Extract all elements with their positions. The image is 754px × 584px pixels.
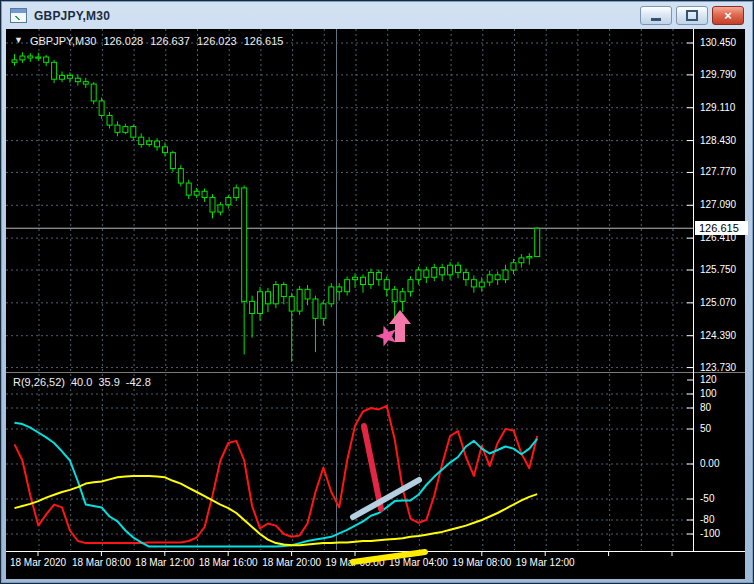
time-axis-label: 19 Mar 00:00 bbox=[322, 557, 388, 568]
indicator-value-3: -42.8 bbox=[126, 376, 151, 388]
candle-body bbox=[107, 115, 112, 125]
candle-body bbox=[345, 280, 350, 292]
candle-body bbox=[67, 75, 72, 78]
restore-button[interactable] bbox=[676, 6, 708, 25]
chart-canvas[interactable] bbox=[6, 29, 745, 579]
candle-body bbox=[75, 78, 80, 81]
candle-body bbox=[424, 270, 429, 277]
info-low: 126.023 bbox=[197, 35, 237, 47]
candle-body bbox=[242, 188, 247, 302]
time-axis-label: 19 Mar 12:00 bbox=[512, 557, 578, 568]
chart-info-line: ▼ GBPJPY,M30 126.028 126.637 126.023 126… bbox=[14, 35, 283, 47]
price-axis-label: 125.070 bbox=[700, 297, 736, 309]
candle-body bbox=[408, 280, 413, 292]
candle-body bbox=[353, 277, 358, 279]
candle-body bbox=[155, 141, 160, 147]
close-icon: × bbox=[724, 8, 732, 23]
candle-body bbox=[250, 301, 255, 313]
indicator-name: R(9,26,52) bbox=[13, 376, 65, 388]
candle-body bbox=[329, 287, 334, 304]
candle-body bbox=[400, 292, 405, 302]
chart-window-icon[interactable] bbox=[10, 8, 27, 23]
candle-body bbox=[535, 228, 540, 256]
candle-body bbox=[416, 270, 421, 280]
candle-body bbox=[289, 297, 294, 311]
candle-body bbox=[273, 285, 278, 304]
indicator-axis-label: 100 bbox=[700, 388, 717, 400]
candle-body bbox=[170, 153, 175, 169]
indicator-axis-label: 80 bbox=[700, 402, 711, 414]
candle-body bbox=[234, 188, 239, 198]
chart-window: GBPJPY,M30 × ▼ GBPJPY,M30 126.028 126.63… bbox=[0, 0, 754, 584]
candle-body bbox=[44, 57, 49, 62]
candle-body bbox=[368, 272, 373, 284]
candle-body bbox=[265, 292, 270, 304]
candle-body bbox=[194, 191, 199, 195]
price-axis-label: 130.450 bbox=[700, 37, 736, 49]
candle-body bbox=[60, 75, 65, 79]
price-axis-label: 125.750 bbox=[700, 264, 736, 276]
price-axis-label: 129.790 bbox=[700, 69, 736, 81]
candle-body bbox=[360, 277, 365, 284]
candle-body bbox=[202, 191, 207, 197]
candle-body bbox=[487, 275, 492, 282]
candle-body bbox=[321, 304, 326, 318]
candle-body bbox=[147, 141, 152, 144]
minimize-button[interactable] bbox=[640, 6, 672, 25]
candle-body bbox=[519, 258, 524, 263]
candle-body bbox=[91, 84, 96, 101]
info-high: 126.637 bbox=[150, 35, 190, 47]
candle-body bbox=[36, 57, 41, 58]
time-axis-label: 18 Mar 16:00 bbox=[195, 557, 261, 568]
candle-body bbox=[226, 198, 231, 205]
candle-body bbox=[83, 82, 88, 84]
indicator-line-r52 bbox=[15, 476, 538, 545]
price-axis-label: 129.110 bbox=[700, 102, 735, 114]
candle-body bbox=[511, 263, 516, 270]
restore-icon bbox=[686, 10, 698, 21]
indicator-line-r9 bbox=[15, 406, 538, 543]
candle-body bbox=[258, 292, 263, 314]
price-axis-label: 128.430 bbox=[700, 135, 736, 147]
candle-body bbox=[313, 299, 318, 318]
close-button[interactable]: × bbox=[712, 6, 744, 25]
time-axis-label: 18 Mar 12:00 bbox=[132, 557, 198, 568]
candle-body bbox=[440, 268, 445, 275]
time-axis-label: 18 Mar 20:00 bbox=[259, 557, 325, 568]
info-open: 126.028 bbox=[103, 35, 143, 47]
candle-body bbox=[456, 265, 461, 272]
title-bar[interactable]: GBPJPY,M30 × bbox=[4, 4, 750, 27]
candle-body bbox=[281, 285, 286, 297]
indicator-axis-label: 0.00 bbox=[700, 458, 719, 470]
indicator-axis-label: -100 bbox=[700, 528, 720, 540]
minimize-icon bbox=[651, 18, 661, 21]
candle-body bbox=[432, 268, 437, 278]
candle-body bbox=[376, 272, 381, 279]
price-axis-label: 127.770 bbox=[700, 166, 736, 178]
candle-body bbox=[123, 127, 128, 133]
indicator-info-line: R(9,26,52) 40.0 35.9 -42.8 bbox=[13, 376, 151, 388]
time-axis-label: 18 Mar 08:00 bbox=[68, 557, 134, 568]
candle-body bbox=[186, 183, 191, 195]
candle-body bbox=[297, 289, 302, 311]
indicator-value-1: 40.0 bbox=[71, 376, 92, 388]
chart-client-area[interactable]: ▼ GBPJPY,M30 126.028 126.637 126.023 126… bbox=[6, 29, 745, 579]
info-close: 126.615 bbox=[244, 35, 284, 47]
indicator-value-2: 35.9 bbox=[98, 376, 119, 388]
candle-body bbox=[384, 280, 389, 290]
time-axis-label: 19 Mar 04:00 bbox=[385, 557, 451, 568]
candle-body bbox=[448, 265, 453, 275]
candle-body bbox=[12, 60, 17, 62]
indicator-axis-label: 50 bbox=[700, 423, 711, 435]
candle-body bbox=[527, 256, 532, 257]
indicator-axis-label: 120 bbox=[700, 374, 717, 386]
symbol-dropdown-icon[interactable]: ▼ bbox=[14, 35, 23, 47]
info-symbol-period: GBPJPY,M30 bbox=[30, 35, 96, 47]
indicator-axis-label: -80 bbox=[700, 514, 714, 526]
window-title: GBPJPY,M30 bbox=[34, 9, 110, 23]
price-axis-label: 123.730 bbox=[700, 362, 736, 374]
candle-body bbox=[162, 147, 167, 153]
price-axis-label: 124.390 bbox=[700, 330, 736, 342]
candle-body bbox=[471, 280, 476, 287]
candle-body bbox=[28, 56, 33, 58]
